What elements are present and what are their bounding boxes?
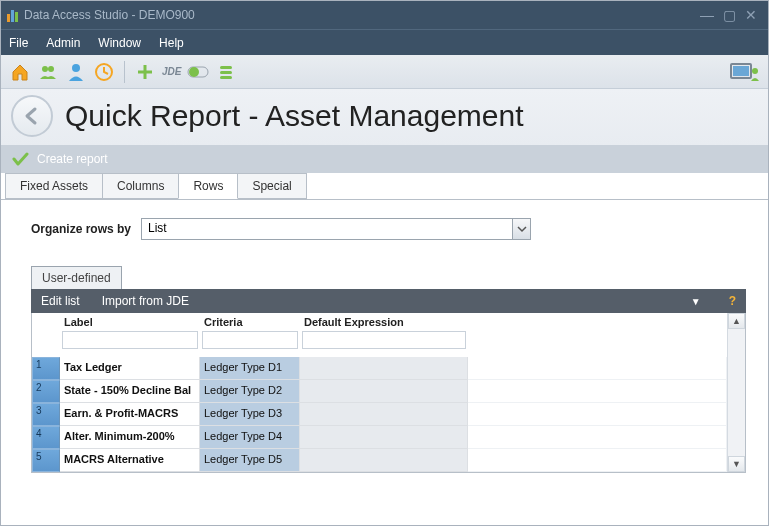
row-number[interactable]: 1	[32, 357, 60, 380]
menu-window[interactable]: Window	[98, 36, 141, 50]
stack-icon[interactable]	[215, 61, 237, 83]
add-icon[interactable]	[134, 61, 156, 83]
cell-defexp[interactable]	[300, 449, 468, 472]
filter-defexp-input[interactable]	[302, 331, 466, 349]
page-header: Quick Report - Asset Management	[1, 89, 768, 145]
grid-filter-row	[32, 330, 727, 357]
svg-point-2	[72, 64, 80, 72]
edit-list-link[interactable]: Edit list	[41, 294, 80, 308]
organize-rows-label: Organize rows by	[31, 222, 131, 236]
organize-rows-value: List	[142, 219, 512, 239]
window-title: Data Access Studio - DEMO900	[24, 8, 195, 22]
minimize-button[interactable]: —	[696, 7, 718, 23]
svg-rect-8	[220, 76, 232, 79]
jde-icon[interactable]: JDE	[162, 61, 181, 83]
chevron-down-icon[interactable]	[512, 219, 530, 239]
svg-rect-6	[220, 66, 232, 69]
svg-rect-7	[220, 71, 232, 74]
organize-rows-combo[interactable]: List	[141, 218, 531, 240]
table-row[interactable]: 1 Tax Ledger Ledger Type D1	[32, 357, 727, 380]
cell-criteria[interactable]: Ledger Type D2	[200, 380, 300, 403]
row-number[interactable]: 4	[32, 426, 60, 449]
cell-defexp[interactable]	[300, 403, 468, 426]
row-number[interactable]: 2	[32, 380, 60, 403]
menu-help[interactable]: Help	[159, 36, 184, 50]
check-icon	[11, 150, 29, 168]
cell-label[interactable]: Earn. & Profit-MACRS	[60, 403, 200, 426]
scroll-up-icon[interactable]: ▲	[728, 313, 745, 329]
menu-admin[interactable]: Admin	[46, 36, 80, 50]
table-row[interactable]: 2 State - 150% Decline Bal Ledger Type D…	[32, 380, 727, 403]
rows-panel: Organize rows by List User-defined Edit …	[1, 200, 768, 477]
menu-bar: File Admin Window Help	[1, 29, 768, 55]
substep-label[interactable]: Create report	[37, 152, 108, 166]
subtab-user-defined[interactable]: User-defined	[31, 266, 122, 289]
home-icon[interactable]	[9, 61, 31, 83]
col-header-label[interactable]: Label	[60, 313, 200, 330]
screen-user-icon[interactable]	[730, 61, 760, 83]
grid-toolbar: Edit list Import from JDE ▼ ?	[31, 289, 746, 313]
cell-defexp[interactable]	[300, 380, 468, 403]
maximize-button[interactable]: ▢	[718, 7, 740, 23]
col-header-defexp[interactable]: Default Expression	[300, 313, 468, 330]
filter-criteria-input[interactable]	[202, 331, 298, 349]
tab-rows[interactable]: Rows	[178, 173, 238, 199]
tab-row: Fixed Assets Columns Rows Special	[1, 173, 768, 200]
toolbar-separator	[124, 61, 125, 83]
main-toolbar: JDE	[1, 55, 768, 89]
filter-label-input[interactable]	[62, 331, 198, 349]
subtab-row: User-defined	[31, 266, 746, 289]
svg-rect-10	[733, 66, 749, 76]
row-number[interactable]: 3	[32, 403, 60, 426]
table-row[interactable]: 3 Earn. & Profit-MACRS Ledger Type D3	[32, 403, 727, 426]
cell-criteria[interactable]: Ledger Type D5	[200, 449, 300, 472]
cell-defexp[interactable]	[300, 426, 468, 449]
svg-point-1	[48, 66, 54, 72]
cell-defexp[interactable]	[300, 357, 468, 380]
row-number[interactable]: 5	[32, 449, 60, 472]
dropdown-icon[interactable]: ▼	[691, 296, 701, 307]
title-bar: Data Access Studio - DEMO900 — ▢ ✕	[1, 1, 768, 29]
cell-criteria[interactable]: Ledger Type D4	[200, 426, 300, 449]
page-title: Quick Report - Asset Management	[65, 99, 524, 133]
back-button[interactable]	[11, 95, 53, 137]
scroll-down-icon[interactable]: ▼	[728, 456, 745, 472]
close-button[interactable]: ✕	[740, 7, 762, 23]
cell-label[interactable]: Tax Ledger	[60, 357, 200, 380]
cell-label[interactable]: Alter. Minimum-200%	[60, 426, 200, 449]
clock-icon[interactable]	[93, 61, 115, 83]
help-icon[interactable]: ?	[729, 294, 736, 308]
svg-point-11	[752, 68, 758, 74]
users-icon[interactable]	[37, 61, 59, 83]
toggle-icon[interactable]	[187, 61, 209, 83]
grid: Label Criteria Default Expression 1 Tax …	[31, 313, 746, 473]
cell-criteria[interactable]: Ledger Type D1	[200, 357, 300, 380]
user-icon[interactable]	[65, 61, 87, 83]
substep-bar: Create report	[1, 145, 768, 173]
tab-columns[interactable]: Columns	[102, 173, 179, 199]
table-row[interactable]: 4 Alter. Minimum-200% Ledger Type D4	[32, 426, 727, 449]
cell-criteria[interactable]: Ledger Type D3	[200, 403, 300, 426]
app-logo-icon	[7, 8, 18, 22]
cell-label[interactable]: MACRS Alternative	[60, 449, 200, 472]
grid-header-row: Label Criteria Default Expression	[32, 313, 727, 330]
menu-file[interactable]: File	[9, 36, 28, 50]
svg-point-5	[189, 67, 199, 77]
col-header-criteria[interactable]: Criteria	[200, 313, 300, 330]
organize-rows-row: Organize rows by List	[31, 218, 746, 240]
vertical-scrollbar[interactable]: ▲ ▼	[727, 313, 745, 472]
tab-special[interactable]: Special	[237, 173, 306, 199]
tab-fixed-assets[interactable]: Fixed Assets	[5, 173, 103, 199]
svg-point-0	[42, 66, 48, 72]
cell-label[interactable]: State - 150% Decline Bal	[60, 380, 200, 403]
import-jde-link[interactable]: Import from JDE	[102, 294, 189, 308]
table-row[interactable]: 5 MACRS Alternative Ledger Type D5	[32, 449, 727, 472]
